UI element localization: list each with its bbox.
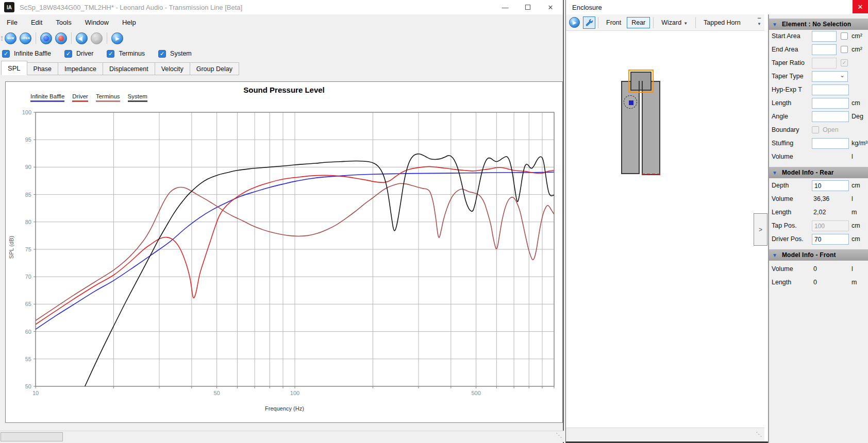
start-area-checkbox[interactable] — [841, 32, 848, 40]
svg-text:100: 100 — [290, 390, 299, 396]
open-button[interactable]: OPEN — [20, 32, 31, 44]
enclosure-scroll-strip[interactable] — [566, 428, 764, 441]
prop-row-taper-ratio: Taper Ratio ✓ — [769, 57, 868, 70]
prop-row-front-volume: Volume 0 l — [769, 263, 868, 276]
prop-row-angle: Angle Deg — [769, 110, 868, 124]
minimize-button[interactable]: — — [494, 0, 516, 14]
maximize-button[interactable] — [516, 0, 539, 14]
svg-text:70: 70 — [25, 274, 31, 280]
checkbox-driver[interactable]: ✓ Driver — [64, 50, 93, 58]
record-red-button[interactable] — [55, 32, 67, 44]
tap-pos-input — [812, 220, 849, 231]
menu-edit[interactable]: Edit — [24, 14, 49, 30]
tapped-horn-button[interactable]: Tapped Horn — [699, 17, 745, 28]
record-blue-button[interactable] — [40, 32, 52, 44]
tab-impedance[interactable]: Impedance — [58, 62, 103, 75]
model-info-rear-header[interactable]: ▼ Model Info - Rear — [769, 167, 868, 178]
prop-row-stuffing: Stuffing kg/m³ — [769, 137, 868, 150]
driver-icon — [629, 100, 633, 105]
prop-row-front-length: Length 0 m — [769, 276, 868, 289]
menu-tools[interactable]: Tools — [49, 14, 78, 30]
toolbar-grip: ⁞⁞ — [1, 35, 2, 42]
svg-text:95: 95 — [25, 137, 31, 143]
step-back-icon: ◀▏ — [78, 36, 86, 41]
depth-input[interactable] — [812, 180, 849, 191]
collapse-triangle-icon: ▼ — [772, 170, 777, 176]
maximize-icon — [525, 5, 530, 10]
taper-type-select[interactable] — [812, 71, 848, 82]
prop-row-driver-pos: Driver Pos. cm — [769, 233, 868, 246]
svg-text:55: 55 — [25, 356, 31, 362]
svg-text:50: 50 — [25, 383, 31, 389]
tab-spl[interactable]: SPL — [1, 61, 27, 75]
end-area-checkbox[interactable] — [841, 46, 848, 53]
menu-window[interactable]: Window — [78, 14, 115, 30]
taper-ratio-input — [812, 58, 837, 69]
menu-help[interactable]: Help — [115, 14, 143, 30]
end-area-input[interactable] — [812, 44, 837, 55]
prop-row-rear-volume: Volume 36,36 l — [769, 193, 868, 206]
checkbox-system[interactable]: ✓ System — [158, 50, 192, 58]
checkbox-checked-icon: ✓ — [64, 50, 72, 58]
enclosure-canvas[interactable] — [566, 31, 764, 428]
checkbox-terminus[interactable]: ✓ Terminus — [107, 50, 145, 58]
length-input[interactable] — [812, 98, 849, 109]
prop-row-rear-length: Length 2,02 m — [769, 206, 868, 219]
tab-displacement[interactable]: Displacement — [103, 62, 155, 75]
terminus-opening — [642, 174, 660, 175]
wizard-dropdown[interactable]: Wizard▼ — [657, 17, 692, 28]
svg-text:75: 75 — [25, 246, 31, 252]
prop-row-hyp-exp-t: Hyp-Exp T — [769, 83, 868, 97]
resize-grip-icon[interactable]: ⋱ — [756, 431, 762, 438]
rear-volume-value: 36,36 — [813, 195, 829, 202]
line-segment-right[interactable] — [642, 81, 660, 175]
driver-marker[interactable] — [624, 95, 637, 109]
wrench-tool-button[interactable] — [583, 16, 595, 29]
prop-row-length: Length cm — [769, 97, 868, 110]
horizontal-scrollbar[interactable] — [0, 431, 564, 442]
svg-text:90: 90 — [25, 164, 31, 170]
close-button[interactable]: ✕ — [539, 0, 562, 14]
prop-row-taper-type: Taper Type — [769, 70, 868, 83]
selected-segment-outline — [628, 70, 654, 93]
stuffing-input[interactable] — [812, 138, 849, 149]
prop-row-tap-pos: Tap Pos. cm — [769, 219, 868, 233]
app-icon: lA — [4, 2, 14, 12]
resize-grip-icon[interactable]: ⋱ — [556, 432, 562, 439]
play-button[interactable]: ▶ — [111, 32, 123, 44]
front-length-value: 0 — [813, 279, 817, 286]
step-forward-icon: ▶ — [95, 36, 99, 41]
step-back-button[interactable]: ◀▏ — [76, 32, 88, 44]
start-area-input[interactable] — [812, 31, 837, 42]
curve-visibility-row: ✓ Infinite Baffle ✓ Driver ✓ Terminus ✓ … — [0, 47, 563, 60]
rear-button[interactable]: Rear — [627, 17, 650, 28]
prop-row-start-area: Start Area cm² — [769, 30, 868, 43]
enclosure-titlebar: Enclosure — [566, 0, 868, 14]
toolbar-overflow-button[interactable]: ▔▼ — [756, 19, 762, 26]
screen: lA ScSp_18W8434G00_TML2HH* - Leonard Aud… — [0, 0, 868, 443]
tab-group-delay[interactable]: Group Delay — [190, 62, 239, 75]
svg-text:10: 10 — [32, 390, 39, 396]
panel-expander-button[interactable]: > — [754, 213, 767, 246]
red-dot-icon — [58, 36, 64, 41]
blue-dot-icon — [43, 36, 49, 41]
new-button[interactable]: NEW — [5, 32, 16, 44]
enclosure-close-button[interactable]: ✕ — [853, 0, 868, 13]
checkbox-infinite-baffle[interactable]: ✓ Infinite Baffle — [2, 50, 51, 58]
rear-length-value: 2,02 — [813, 209, 826, 216]
tab-velocity[interactable]: Velocity — [155, 62, 190, 75]
enclosure-play-button[interactable]: ▶ — [569, 17, 580, 28]
front-button[interactable]: Front — [602, 17, 626, 28]
hyp-exp-t-input[interactable] — [812, 84, 849, 95]
prop-row-volume: Volume l — [769, 150, 868, 164]
driver-pos-input[interactable] — [812, 234, 849, 245]
model-info-front-header[interactable]: ▼ Model Info - Front — [769, 249, 868, 261]
element-section-header[interactable]: ▼ Element : No Selection — [769, 19, 868, 30]
collapse-triangle-icon: ▼ — [772, 252, 777, 258]
angle-input[interactable] — [812, 111, 849, 122]
menu-file[interactable]: File — [0, 14, 24, 30]
svg-text:500: 500 — [471, 390, 480, 396]
tab-phase[interactable]: Phase — [27, 62, 58, 75]
collapse-triangle-icon: ▼ — [772, 22, 777, 27]
scrollbar-thumb[interactable] — [1, 432, 63, 441]
